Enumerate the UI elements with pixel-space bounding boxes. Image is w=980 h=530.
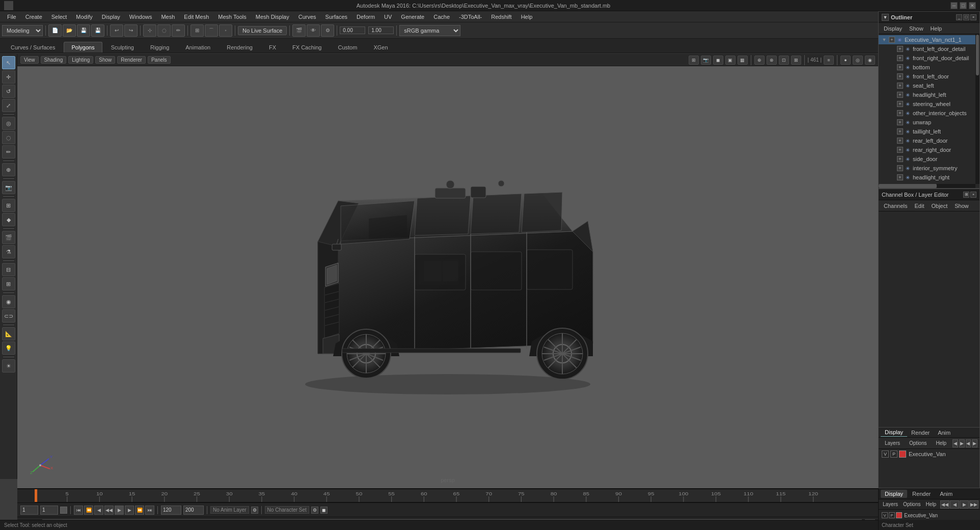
- tab-animation[interactable]: Animation: [178, 42, 218, 52]
- cb-close-btn[interactable]: ×: [970, 192, 976, 198]
- go-start-btn[interactable]: ⏮: [74, 506, 83, 515]
- layers-next-btn[interactable]: ▶: [959, 439, 965, 447]
- tree-item-seat-left[interactable]: + ✳ seat_left: [879, 81, 979, 90]
- render-quality-btn[interactable]: ●: [840, 56, 851, 65]
- hq-btn[interactable]: ◉: [865, 56, 875, 65]
- range-end-field[interactable]: 200: [183, 506, 204, 515]
- right-ctrl-4[interactable]: ▶▶: [969, 500, 978, 509]
- right-tab-anim[interactable]: Anim: [936, 490, 957, 498]
- aa-btn[interactable]: ◎: [853, 56, 863, 65]
- layer-visibility-btn[interactable]: V: [882, 450, 889, 458]
- tree-item-other-interior[interactable]: + ✳ other_interior_objects: [879, 109, 979, 118]
- menu-create[interactable]: Create: [21, 13, 46, 21]
- manip-show-btn[interactable]: ≡: [824, 56, 834, 65]
- measure-btn[interactable]: 📐: [2, 327, 15, 340]
- paint-btn[interactable]: ✏: [172, 24, 185, 37]
- layers-prev-btn[interactable]: ◀: [952, 439, 958, 447]
- menu-select[interactable]: Select: [47, 13, 71, 21]
- snap-grid-btn[interactable]: ⊞: [190, 24, 204, 37]
- tree-expand-root[interactable]: ▼: [881, 36, 888, 43]
- arnold-light-btn[interactable]: ☀: [2, 359, 15, 373]
- light-editor-btn[interactable]: 💡: [2, 341, 15, 355]
- timeline-ruler[interactable]: 5 10 15 20 25 30 35 40 45 50 55 60 65: [35, 489, 878, 502]
- tab-sculpting[interactable]: Sculpting: [103, 42, 142, 52]
- lighting-menu-btn[interactable]: Lighting: [68, 56, 93, 64]
- tree-item-front-left-door[interactable]: + ✳ front_left_door: [879, 72, 979, 81]
- menu-generate[interactable]: Generate: [397, 13, 428, 21]
- outliner-maximize-btn[interactable]: □: [963, 14, 969, 20]
- redo-btn[interactable]: ↪: [124, 24, 138, 37]
- snap-btn[interactable]: ◆: [2, 213, 15, 226]
- layers-sub-label[interactable]: Layers: [881, 501, 900, 508]
- outliner-menu-btn[interactable]: ▼: [882, 14, 889, 21]
- frame-all-btn[interactable]: ⊡: [779, 56, 789, 65]
- soft-select-btn[interactable]: ◎: [2, 117, 15, 130]
- menu-display[interactable]: Display: [98, 13, 124, 21]
- outliner-minimize-btn[interactable]: _: [956, 14, 962, 20]
- tree-item-taillight[interactable]: + ✳ taillight_left: [879, 127, 979, 136]
- prev-key-btn[interactable]: ⏪: [84, 506, 93, 515]
- camera-angle-btn[interactable]: 📷: [701, 56, 711, 65]
- next-key-btn[interactable]: ⏩: [135, 506, 144, 515]
- outliner-hscroll[interactable]: [879, 184, 975, 188]
- frame-end-field[interactable]: 120: [161, 506, 181, 515]
- range-slider-thumb[interactable]: [60, 507, 67, 514]
- help-sub-label[interactable]: Help: [923, 501, 938, 508]
- select-tool-btn[interactable]: ↖: [2, 56, 15, 69]
- render-btn[interactable]: 🎬: [292, 24, 306, 37]
- lasso-btn[interactable]: ◌: [157, 24, 171, 37]
- render-view-btn[interactable]: 🎬: [2, 231, 15, 244]
- right-ctrl-1[interactable]: ◀◀: [940, 500, 949, 509]
- viewport[interactable]: persp Y X Z: [17, 66, 878, 488]
- cb-detach-btn[interactable]: ⊞: [963, 192, 969, 198]
- tab-custom[interactable]: Custom: [331, 42, 365, 52]
- menu-modify[interactable]: Modify: [72, 13, 96, 21]
- layers-subtab-layers[interactable]: Layers: [881, 439, 904, 447]
- menu-cache[interactable]: Cache: [429, 13, 454, 21]
- right-ctrl-3[interactable]: ▶: [960, 500, 969, 509]
- right-layer-v[interactable]: V: [882, 512, 888, 518]
- snap-point-btn[interactable]: ◦: [219, 24, 232, 37]
- minimize-button[interactable]: ─: [950, 2, 958, 9]
- tree-item-steering[interactable]: + ✳ steering_wheel: [879, 99, 979, 109]
- playblast-btn[interactable]: ⊞: [2, 277, 15, 290]
- save-as-btn[interactable]: 💾: [91, 24, 104, 37]
- menu-uv[interactable]: UV: [380, 13, 396, 21]
- tab-curves-surfaces[interactable]: Curves / Surfaces: [3, 42, 63, 52]
- isolate-btn[interactable]: ⊂⊃: [2, 309, 15, 323]
- shading-menu-btn[interactable]: Shading: [41, 56, 67, 64]
- grid-btn[interactable]: ⊞: [2, 199, 15, 212]
- outliner-help-menu[interactable]: Help: [928, 24, 945, 33]
- right-layer-p[interactable]: P: [889, 512, 895, 518]
- lasso-tool-btn[interactable]: ◌: [2, 131, 15, 144]
- go-end-btn[interactable]: ⏭: [145, 506, 154, 515]
- menu-edit-mesh[interactable]: Edit Mesh: [180, 13, 213, 21]
- layers-tab-render[interactable]: Render: [907, 429, 934, 437]
- smooth-wire-btn[interactable]: ▦: [738, 56, 748, 65]
- prev-frame-btn[interactable]: ◀: [94, 506, 103, 515]
- tree-item-rear-left[interactable]: + ✳ rear_left_door: [879, 136, 979, 145]
- tab-rigging[interactable]: Rigging: [143, 42, 177, 52]
- snap-curve-btn[interactable]: ⌒: [205, 24, 218, 37]
- cb-channels-menu[interactable]: Channels: [881, 202, 910, 210]
- layers-prev2-btn[interactable]: ◀: [966, 439, 971, 447]
- scale-tool-btn[interactable]: ⤢: [2, 99, 15, 112]
- outliner-close-btn[interactable]: ×: [970, 14, 976, 20]
- next-frame-btn[interactable]: ▶: [125, 506, 134, 515]
- layers-subtab-help[interactable]: Help: [932, 439, 950, 447]
- menu-curves[interactable]: Curves: [294, 13, 320, 21]
- renderer-menu-btn[interactable]: Renderer: [117, 56, 146, 64]
- cb-object-menu[interactable]: Object: [928, 202, 950, 210]
- menu-redshift[interactable]: Redshift: [487, 13, 515, 21]
- tree-item-side-door[interactable]: + ✳ side_door: [879, 154, 979, 164]
- object-mode-btn[interactable]: ◼: [713, 56, 723, 65]
- tree-item-fr-door-detail[interactable]: + ✳ front_right_door_detail: [879, 54, 979, 63]
- menu-help[interactable]: Help: [517, 13, 537, 21]
- menu-mesh-tools[interactable]: Mesh Tools: [214, 13, 250, 21]
- wireframe-btn[interactable]: ▣: [725, 56, 736, 65]
- layers-tab-display[interactable]: Display: [881, 428, 907, 437]
- tree-item-root[interactable]: ▼ + ✳ Executive_Van_nct1_1: [879, 35, 979, 44]
- hypershade-btn[interactable]: ⚗: [2, 245, 15, 258]
- isolate-sel-btn[interactable]: ⊗: [767, 56, 777, 65]
- move-tool-btn[interactable]: ✛: [2, 70, 15, 84]
